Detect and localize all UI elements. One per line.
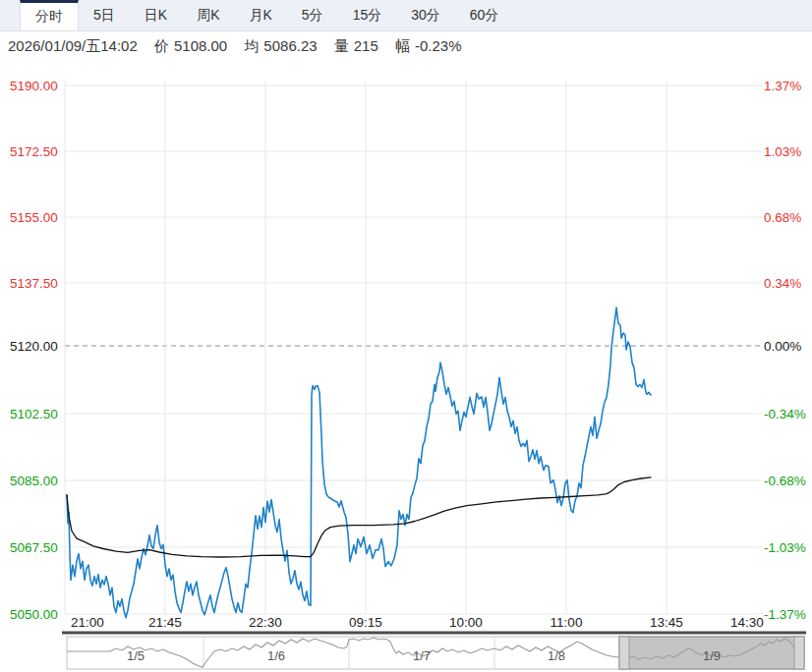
tab-5min[interactable]: 5分 (287, 0, 338, 30)
y-axis-price-label: 5067.50 (10, 540, 58, 555)
price-pair: 价5108.00 (154, 37, 227, 54)
change-pair: 幅-0.23% (395, 37, 462, 54)
quote-datetime: 2026/01/09/五14:02 (8, 37, 138, 54)
tab-15min[interactable]: 15分 (338, 0, 397, 30)
y-axis-percent-label: 0.68% (764, 210, 801, 225)
y-axis-percent-label: -0.34% (764, 407, 806, 421)
tab-weekly-k[interactable]: 周K (182, 0, 234, 30)
chart-period-tabbar: 分时 5日 日K 周K 月K 5分 15分 30分 60分 (0, 0, 812, 31)
x-axis-time-label: 14:30 (730, 615, 764, 630)
y-axis-price-label: 5102.50 (10, 407, 58, 421)
y-axis-price-label: 5050.00 (10, 607, 58, 622)
tab-daily-k[interactable]: 日K (130, 0, 182, 30)
y-axis-percent-label: -1.03% (764, 540, 806, 555)
quote-info-bar: 2026/01/09/五14:02 价5108.00 均5086.23 量215… (8, 37, 475, 56)
volume-value: 215 (354, 37, 378, 54)
navigator-right-handle[interactable] (794, 637, 804, 669)
tab-30min[interactable]: 30分 (396, 0, 455, 30)
navigator-selection[interactable] (619, 637, 804, 669)
price-value: 5108.00 (174, 37, 227, 54)
navigator-left-handle[interactable] (619, 637, 629, 669)
x-axis-time-label: 21:00 (71, 615, 104, 630)
x-axis-time-label: 13:45 (650, 615, 683, 630)
futures-timeshare-app: 分时 5日 日K 周K 月K 5分 15分 30分 60分 2026/01/09… (0, 0, 812, 672)
change-label: 幅 (395, 37, 410, 54)
y-axis-price-label: 5137.50 (10, 276, 58, 291)
tab-60min[interactable]: 60分 (455, 0, 514, 30)
y-axis-price-label: 5172.50 (10, 144, 58, 159)
tab-timeshare[interactable]: 分时 (20, 0, 79, 30)
x-axis-time-label: 22:30 (249, 615, 282, 630)
tab-5day[interactable]: 5日 (79, 0, 130, 30)
x-axis-time-label: 21:45 (148, 615, 182, 630)
y-axis-price-label: 5120.00 (10, 339, 58, 354)
volume-pair: 量215 (334, 37, 378, 54)
y-axis-price-label: 5085.00 (10, 474, 58, 488)
avg-value: 5086.23 (263, 37, 317, 54)
y-axis-percent-label: 1.37% (764, 79, 801, 93)
y-axis-price-label: 5155.00 (10, 210, 58, 225)
y-axis-percent-label: 0.00% (764, 339, 801, 354)
volume-label: 量 (334, 37, 349, 54)
timeshare-chart: 5190.001.37%5172.501.03%5155.000.68%5137… (0, 0, 812, 672)
plot-area[interactable] (65, 81, 762, 614)
y-axis-percent-label: -1.37% (764, 607, 806, 622)
change-value: -0.23% (415, 37, 462, 54)
x-axis-time-label: 11:00 (551, 615, 583, 630)
x-axis-time-label: 09:15 (349, 615, 382, 630)
avg-pair: 均5086.23 (244, 37, 317, 54)
avg-label: 均 (244, 37, 259, 54)
price-label: 价 (154, 37, 169, 54)
y-axis-percent-label: 0.34% (764, 276, 801, 291)
y-axis-price-label: 5190.00 (10, 79, 58, 93)
y-axis-percent-label: -0.68% (764, 474, 806, 488)
x-axis-time-label: 10:00 (449, 615, 483, 630)
tab-monthly-k[interactable]: 月K (234, 0, 286, 30)
y-axis-percent-label: 1.03% (764, 144, 801, 159)
